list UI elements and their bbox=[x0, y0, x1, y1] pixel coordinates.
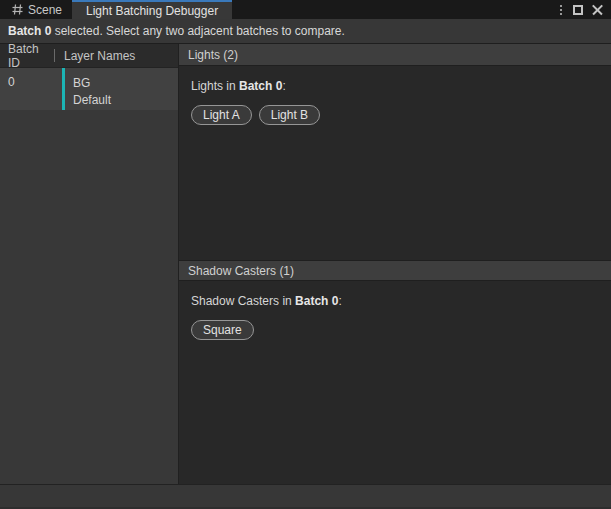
batch-row-0[interactable]: 0 BG Default bbox=[0, 68, 178, 110]
lights-in-batch-label: Lights in Batch 0: bbox=[191, 79, 611, 93]
lights-section-title: Lights (2) bbox=[188, 48, 238, 62]
light-chip-b[interactable]: Light B bbox=[259, 105, 320, 125]
scene-grid-icon bbox=[12, 4, 23, 15]
column-header-layer-names: Layer Names bbox=[55, 49, 135, 63]
tab-scene[interactable]: Scene bbox=[2, 0, 72, 19]
light-batching-debugger-window: Scene Light Batching Debugger Batch 0 se… bbox=[0, 0, 611, 509]
shadow-casters-section-title: Shadow Casters (1) bbox=[188, 264, 294, 278]
shadow-casters-section-header: Shadow Casters (1) bbox=[179, 260, 611, 281]
shadow-caster-chips: Square bbox=[191, 320, 611, 340]
light-chips: Light A Light B bbox=[191, 105, 611, 125]
light-chip-a[interactable]: Light A bbox=[191, 105, 252, 125]
column-header-batch-id: Batch ID bbox=[0, 42, 54, 70]
lights-section-content: Lights in Batch 0: Light A Light B bbox=[179, 66, 611, 260]
layer-name: Default bbox=[73, 92, 111, 109]
close-x-icon[interactable] bbox=[592, 4, 603, 15]
window-controls bbox=[558, 0, 611, 19]
batch-table-header: Batch ID Layer Names bbox=[0, 44, 178, 68]
kebab-menu-icon[interactable] bbox=[558, 3, 564, 17]
lights-section-header: Lights (2) bbox=[179, 44, 611, 66]
tab-light-batching-debugger[interactable]: Light Batching Debugger bbox=[72, 0, 232, 19]
main-split: Batch ID Layer Names 0 BG Default Lights… bbox=[0, 44, 611, 484]
details-panel: Lights (2) Lights in Batch 0: Light A Li… bbox=[179, 44, 611, 484]
batch-id-cell: 0 bbox=[0, 68, 62, 110]
tab-light-batching-debugger-label: Light Batching Debugger bbox=[86, 4, 218, 18]
maximize-square-icon[interactable] bbox=[573, 5, 583, 15]
tab-bar: Scene Light Batching Debugger bbox=[0, 0, 611, 19]
status-bar bbox=[0, 484, 611, 509]
batch-list-panel: Batch ID Layer Names 0 BG Default bbox=[0, 44, 179, 484]
shadow-caster-chip-square[interactable]: Square bbox=[191, 320, 254, 340]
tab-scene-label: Scene bbox=[28, 3, 62, 17]
layer-names-cell: BG Default bbox=[65, 68, 111, 110]
info-bar-text: Batch 0 selected. Select any two adjacen… bbox=[8, 24, 345, 38]
layer-name: BG bbox=[73, 75, 111, 92]
shadow-casters-section-content: Shadow Casters in Batch 0: Square bbox=[179, 281, 611, 484]
shadow-casters-in-batch-label: Shadow Casters in Batch 0: bbox=[191, 294, 611, 308]
info-bar: Batch 0 selected. Select any two adjacen… bbox=[0, 19, 611, 44]
